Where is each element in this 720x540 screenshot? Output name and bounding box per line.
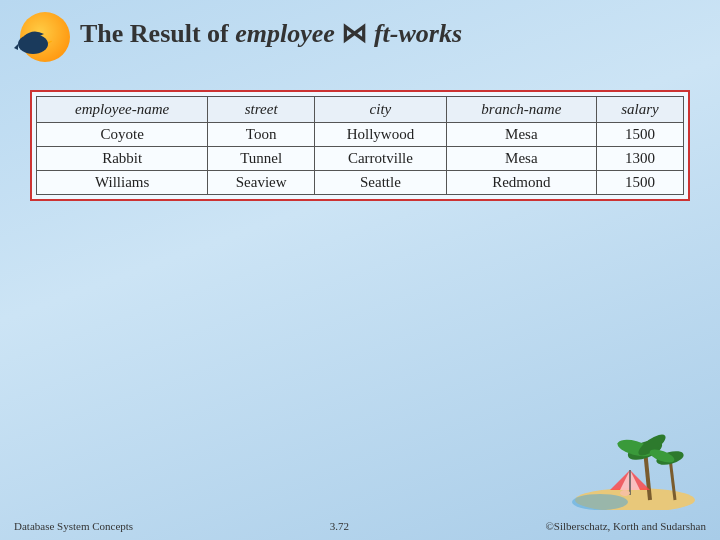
result-table: employee-name street city branch-name sa… [36,96,684,195]
title-italic: employee [235,19,335,48]
result-table-container: employee-name street city branch-name sa… [30,90,690,201]
cell-r0-c3: Mesa [446,123,596,147]
svg-marker-2 [48,40,52,44]
cell-r0-c0: Coyote [37,123,208,147]
cell-r1-c0: Rabbit [37,147,208,171]
svg-point-15 [620,490,630,496]
bird-icon [14,26,52,61]
footer-center: 3.72 [330,520,349,532]
footer-right: ©Silberschatz, Korth and Sudarshan [546,520,707,532]
cell-r1-c4: 1300 [596,147,683,171]
page-title: The Result of employee ⋈ ft-works [80,18,462,49]
col-header-salary: salary [596,97,683,123]
col-header-employee-name: employee-name [37,97,208,123]
cell-r0-c2: Hollywood [315,123,447,147]
cell-r2-c0: Williams [37,171,208,195]
svg-marker-1 [14,44,18,50]
table-header-row: employee-name street city branch-name sa… [37,97,684,123]
cell-r0-c4: 1500 [596,123,683,147]
title-operator: ⋈ [335,19,374,48]
title-suffix: ft-works [374,19,462,48]
cell-r2-c3: Redmond [446,171,596,195]
title-prefix: The Result of [80,19,235,48]
cell-r1-c2: Carrotville [315,147,447,171]
cell-r2-c2: Seattle [315,171,447,195]
cell-r1-c3: Mesa [446,147,596,171]
cell-r2-c1: Seaview [208,171,315,195]
table-row: RabbitTunnelCarrotvilleMesa1300 [37,147,684,171]
table-row: CoyoteToonHollywoodMesa1500 [37,123,684,147]
table-header: employee-name street city branch-name sa… [37,97,684,123]
col-header-street: street [208,97,315,123]
cell-r1-c1: Tunnel [208,147,315,171]
table-body: CoyoteToonHollywoodMesa1500RabbitTunnelC… [37,123,684,195]
beach-scene [570,420,700,510]
table-row: WilliamsSeaviewSeattleRedmond1500 [37,171,684,195]
cell-r2-c4: 1500 [596,171,683,195]
col-header-branch-name: branch-name [446,97,596,123]
footer-left: Database System Concepts [14,520,133,532]
col-header-city: city [315,97,447,123]
cell-r0-c1: Toon [208,123,315,147]
footer: Database System Concepts 3.72 ©Silbersch… [14,520,706,532]
svg-point-4 [572,494,628,510]
logo-area [10,8,90,68]
